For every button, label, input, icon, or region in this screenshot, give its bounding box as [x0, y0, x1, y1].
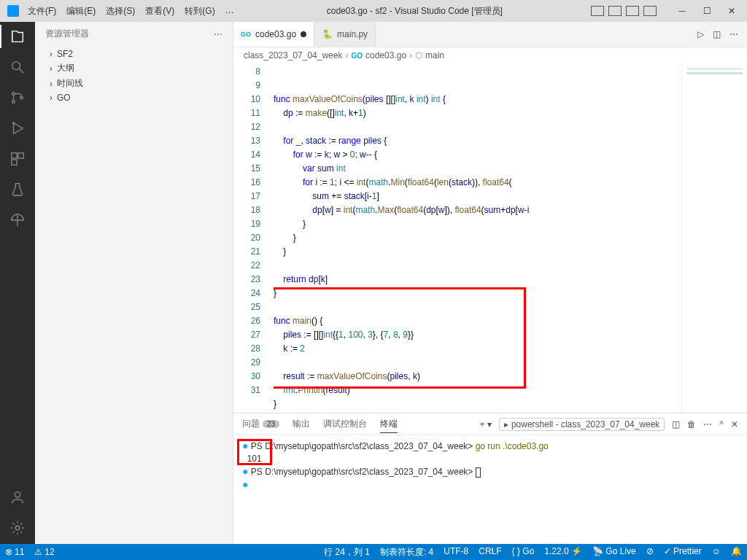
- tab-more-icon[interactable]: ⋯: [729, 29, 738, 39]
- tab-label: main.py: [337, 29, 368, 39]
- status-prettier[interactable]: ✓ Prettier: [659, 546, 707, 556]
- code-content[interactable]: func maxValueOfCoins(piles [][]int, k in…: [274, 63, 681, 413]
- breadcrumb[interactable]: class_2023_07_04_week › GO code03.go › ⬡…: [233, 47, 747, 63]
- activity-remote-icon[interactable]: [9, 211, 26, 229]
- terminal-line: ●: [242, 478, 738, 491]
- panel-maximize-icon[interactable]: ^: [719, 419, 724, 429]
- tree-item-go[interactable]: ›GO: [35, 91, 233, 104]
- terminal-new-icon[interactable]: + ▾: [480, 419, 492, 429]
- layout-toggle-4[interactable]: [643, 6, 657, 16]
- chevron-right-icon: ›: [47, 63, 55, 74]
- menu-view[interactable]: 查看(V): [141, 3, 179, 20]
- powershell-icon: ▸: [504, 419, 508, 429]
- layout-toggle-2[interactable]: [608, 6, 622, 16]
- svg-point-1: [12, 93, 15, 96]
- split-editor-icon[interactable]: ◫: [713, 29, 721, 39]
- activity-bar: [0, 22, 35, 544]
- layout-controls: [591, 6, 657, 16]
- status-bell-icon[interactable]: 🔔: [726, 546, 747, 556]
- prompt-bullet-icon: ●: [242, 440, 248, 451]
- status-go-live[interactable]: 📡 Go Live: [587, 546, 641, 556]
- panel-tab-problems[interactable]: 问题23: [242, 418, 279, 430]
- activity-explorer-icon[interactable]: [9, 28, 26, 45]
- tree-label: 大纲: [57, 62, 74, 74]
- run-icon[interactable]: ▷: [697, 29, 704, 39]
- svg-rect-7: [12, 160, 17, 165]
- terminal-trash-icon[interactable]: 🗑: [687, 419, 696, 429]
- go-file-icon: GO: [241, 29, 251, 39]
- maximize-button[interactable]: ☐: [694, 1, 719, 20]
- tree-item-outline[interactable]: ›大纲: [35, 61, 233, 76]
- terminal-split-icon[interactable]: ◫: [672, 419, 680, 429]
- problems-badge: 23: [263, 420, 279, 428]
- terminal-cursor: [476, 467, 481, 478]
- menu-more[interactable]: …: [221, 3, 239, 20]
- minimize-button[interactable]: ─: [670, 1, 694, 20]
- svg-point-8: [15, 492, 20, 497]
- editor-tabs: GO code03.go 🐍 main.py ▷ ◫ ⋯: [233, 22, 747, 47]
- panel-tab-terminal[interactable]: 终端: [380, 418, 398, 433]
- tab-label: 问题: [242, 418, 260, 430]
- panel-tab-output[interactable]: 输出: [293, 418, 310, 430]
- chevron-right-icon: ›: [47, 93, 55, 103]
- activity-search-icon[interactable]: [9, 58, 26, 76]
- line-gutter: 8910111213141516171819202122232425262728…: [233, 63, 274, 413]
- status-feedback-icon[interactable]: ☺: [707, 546, 726, 556]
- terminal-output-text: 101: [247, 454, 262, 464]
- breadcrumb-part[interactable]: class_2023_07_04_week: [244, 50, 342, 61]
- menu-selection[interactable]: 选择(S): [101, 3, 139, 20]
- menu-edit[interactable]: 编辑(E): [62, 3, 100, 20]
- status-indent[interactable]: 制表符长度: 4: [375, 546, 438, 559]
- tab-code03-go[interactable]: GO code03.go: [233, 22, 314, 47]
- panel-tabs: 问题23 输出 调试控制台 终端 + ▾ ▸powershell - class…: [233, 413, 747, 435]
- close-button[interactable]: ✕: [719, 1, 744, 20]
- code-editor[interactable]: 8910111213141516171819202122232425262728…: [233, 63, 747, 413]
- tree-item-sf2[interactable]: ›SF2: [35, 47, 233, 61]
- terminal-selector[interactable]: ▸powershell - class_2023_07_04_week: [499, 418, 665, 431]
- status-text: 11: [15, 547, 24, 557]
- tab-main-py[interactable]: 🐍 main.py: [314, 22, 376, 47]
- terminal-path: PS D:\mysetup\gopath\src\sf2\class_2023_…: [251, 467, 473, 477]
- status-errors[interactable]: ⊗11: [0, 544, 29, 560]
- status-encoding[interactable]: UTF-8: [438, 546, 473, 556]
- breadcrumb-part[interactable]: code03.go: [365, 50, 406, 61]
- terminal-command: go run .\code03.go: [473, 441, 548, 451]
- activity-scm-icon[interactable]: [9, 89, 26, 106]
- menu-go[interactable]: 转到(G): [180, 3, 219, 20]
- panel-close-icon[interactable]: ✕: [731, 419, 738, 429]
- status-language[interactable]: { } Go: [507, 546, 540, 556]
- layout-toggle-1[interactable]: [591, 6, 604, 16]
- status-cursor-pos[interactable]: 行 24，列 1: [319, 546, 375, 559]
- editor-area: GO code03.go 🐍 main.py ▷ ◫ ⋯ class_2023_…: [233, 22, 747, 544]
- tab-label: code03.go: [255, 29, 296, 39]
- bottom-panel: 问题23 输出 调试控制台 终端 + ▾ ▸powershell - class…: [233, 413, 747, 544]
- svg-point-3: [20, 96, 23, 99]
- terminal-content[interactable]: ● PS D:\mysetup\gopath\src\sf2\class_202…: [233, 435, 747, 544]
- sidebar-more-icon[interactable]: ⋯: [214, 29, 222, 39]
- status-warnings[interactable]: ⚠12: [29, 544, 59, 560]
- menu-bar: 文件(F) 编辑(E) 选择(S) 查看(V) 转到(G) …: [23, 3, 239, 20]
- terminal-path: PS D:\mysetup\gopath\src\sf2\class_2023_…: [251, 441, 473, 451]
- panel-tab-debug[interactable]: 调试控制台: [323, 418, 367, 430]
- activity-settings-icon[interactable]: [9, 519, 26, 537]
- status-eol[interactable]: CRLF: [473, 546, 506, 556]
- status-go-version[interactable]: 1.22.0 ⚡: [539, 546, 587, 556]
- menu-file[interactable]: 文件(F): [23, 3, 61, 20]
- svg-rect-5: [12, 153, 17, 158]
- activity-debug-icon[interactable]: [9, 120, 26, 137]
- panel-more-icon[interactable]: ⋯: [703, 419, 712, 429]
- status-bar: ⊗11 ⚠12 行 24，列 1 制表符长度: 4 UTF-8 CRLF { }…: [0, 544, 747, 560]
- activity-extensions-icon[interactable]: [9, 150, 26, 168]
- warning-icon: ⚠: [34, 547, 42, 557]
- activity-account-icon[interactable]: [9, 489, 26, 506]
- symbol-function-icon: ⬡: [415, 50, 422, 61]
- minimap[interactable]: [681, 63, 747, 413]
- status-no-icon[interactable]: ⊘: [641, 546, 659, 556]
- terminal-selector-label: powershell - class_2023_07_04_week: [511, 419, 659, 429]
- breadcrumb-part[interactable]: main: [425, 50, 444, 61]
- layout-toggle-3[interactable]: [626, 6, 639, 16]
- tree-item-timeline[interactable]: ›时间线: [35, 76, 233, 91]
- activity-test-icon[interactable]: [9, 181, 26, 198]
- terminal-line: ● PS D:\mysetup\gopath\src\sf2\class_202…: [242, 440, 738, 453]
- tree-label: SF2: [57, 49, 73, 59]
